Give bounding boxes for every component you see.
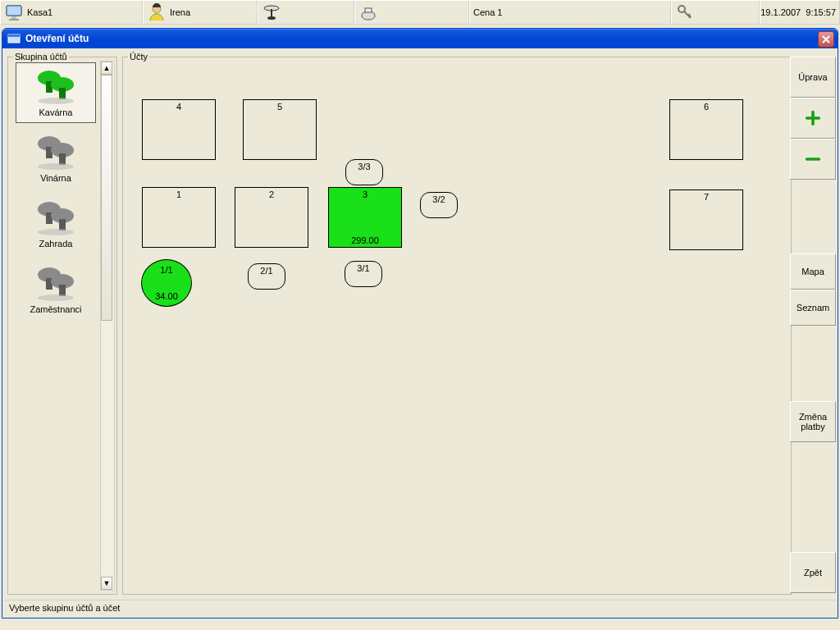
table-number: 3/3 <box>346 162 382 171</box>
table-number: 1/1 <box>142 265 191 275</box>
table-3-2[interactable]: 3/2 <box>420 192 458 218</box>
edit-button[interactable]: Úprava <box>790 57 836 98</box>
table-number: 3/1 <box>345 263 381 273</box>
monitor-icon <box>4 2 24 22</box>
scroll-down-icon[interactable]: ▼ <box>101 577 112 590</box>
svg-rect-1 <box>7 6 21 16</box>
change-payment-button[interactable]: Změna platby <box>790 401 836 442</box>
table-number: 3 <box>329 189 401 199</box>
key-icon <box>675 2 695 22</box>
close-button[interactable] <box>818 31 834 48</box>
group-accounts-groups: Skupina účtů Kavárna Vinárna Zahrada Zam… <box>7 57 117 595</box>
svg-point-32 <box>38 294 74 301</box>
table-number: 2 <box>235 189 308 199</box>
svg-rect-7 <box>271 9 272 17</box>
table-4[interactable]: 4 <box>142 99 216 160</box>
table-number: 6 <box>670 102 742 112</box>
table-3[interactable]: 3299.00 <box>328 187 402 248</box>
svg-rect-2 <box>11 16 16 19</box>
mushroom-icon <box>16 262 95 304</box>
table-number: 2/1 <box>249 266 285 276</box>
svg-point-17 <box>38 98 74 104</box>
table-6[interactable]: 6 <box>669 99 743 160</box>
toolbar-printer[interactable] <box>354 0 469 25</box>
table-2-1[interactable]: 2/1 <box>248 263 285 290</box>
svg-point-22 <box>38 163 74 170</box>
sidebar-item-label: Kavárna <box>16 107 95 117</box>
mushroom-icon <box>16 65 95 107</box>
minus-icon <box>804 150 822 168</box>
sidebar-item-zahrada[interactable]: Zahrada <box>16 194 96 254</box>
spacer <box>790 180 836 253</box>
svg-rect-16 <box>59 88 66 99</box>
group-accounts-main-label: Účty <box>128 52 149 62</box>
map-button-label: Mapa <box>801 267 824 276</box>
sidebar-list: Kavárna Vinárna Zahrada Zaměstnanci <box>11 61 100 325</box>
scroll-up-icon[interactable]: ▲ <box>101 62 112 75</box>
spacer <box>790 442 836 552</box>
map-button[interactable]: Mapa <box>790 253 836 290</box>
table-number: 1 <box>143 189 215 199</box>
svg-rect-12 <box>8 34 20 37</box>
scroll-thumb[interactable] <box>101 75 112 321</box>
sidebar-scrollbar[interactable]: ▲ ▼ <box>100 61 115 591</box>
svg-rect-21 <box>59 153 66 165</box>
back-button-label: Zpět <box>804 568 822 578</box>
toolbar-datetime: 19.1.2007 9:15:57 <box>760 0 840 25</box>
user-icon <box>147 2 167 22</box>
table-3-1[interactable]: 3/1 <box>345 261 382 287</box>
toolbar-user[interactable]: Irena <box>143 0 258 25</box>
account-window: Otevření účtu Skupina účtů Kavárna Vinár… <box>2 28 838 619</box>
window-title: Otevření účtu <box>25 33 89 44</box>
svg-rect-26 <box>59 219 66 231</box>
svg-rect-9 <box>365 8 372 12</box>
edit-button-label: Úprava <box>798 72 827 82</box>
group-accounts: Účty 4563/3123299.003/271/134.002/13/1 <box>122 57 792 595</box>
sidebar-item-kavárna[interactable]: Kavárna <box>16 62 96 123</box>
change-payment-label: Změna platby <box>791 412 835 431</box>
table-2[interactable]: 2 <box>235 187 308 248</box>
plus-icon <box>804 109 822 127</box>
titlebar[interactable]: Otevření účtu <box>2 29 838 48</box>
toolbar-kasa-label: Kasa1 <box>27 7 52 17</box>
table-amount: 299.00 <box>329 235 401 245</box>
sidebar-item-label: Zahrada <box>16 239 95 249</box>
toolbar-user-label: Irena <box>170 7 190 17</box>
status-bar: Vyberte skupinu účtů a účet <box>4 600 836 616</box>
window-icon <box>7 32 21 45</box>
table-number: 5 <box>244 102 316 112</box>
toolbar-price[interactable]: Cena 1 <box>469 0 671 25</box>
right-buttons: Úprava Mapa Seznam Změna platby Zpět <box>790 57 836 593</box>
mushroom-icon <box>16 130 95 173</box>
sidebar-item-vinárna[interactable]: Vinárna <box>16 128 96 189</box>
sidebar-item-label: Vinárna <box>16 173 95 183</box>
list-button[interactable]: Seznam <box>790 290 836 326</box>
printer-icon <box>358 2 378 22</box>
table-1[interactable]: 1 <box>142 187 216 248</box>
back-button[interactable]: Zpět <box>790 552 836 593</box>
table-1-1[interactable]: 1/134.00 <box>141 259 192 307</box>
top-toolbar: Kasa1 Irena Cena 1 19.1.2007 9:15:57 <box>0 0 840 26</box>
sidebar-item-zaměstnanci[interactable]: Zaměstnanci <box>16 259 96 320</box>
mushroom-icon <box>16 196 95 239</box>
close-icon <box>822 35 830 43</box>
status-text: Vyberte skupinu účtů a účet <box>9 603 120 613</box>
plus-button[interactable] <box>790 98 836 139</box>
client-area: Skupina účtů Kavárna Vinárna Zahrada Zam… <box>4 50 836 616</box>
table-7[interactable]: 7 <box>669 189 743 250</box>
toolbar-date: 19.1.2007 <box>760 7 801 17</box>
table-3-3[interactable]: 3/3 <box>345 159 383 185</box>
toolbar-time: 9:15:57 <box>806 7 836 17</box>
minus-button[interactable] <box>790 139 836 180</box>
table-icon <box>262 2 281 22</box>
svg-point-8 <box>267 16 276 20</box>
table-5[interactable]: 5 <box>243 99 317 160</box>
svg-rect-31 <box>59 285 66 296</box>
toolbar-key[interactable] <box>671 0 760 25</box>
toolbar-table[interactable] <box>258 0 354 25</box>
toolbar-price-label: Cena 1 <box>473 7 502 17</box>
toolbar-kasa[interactable]: Kasa1 <box>0 0 143 25</box>
table-number: 4 <box>143 102 215 112</box>
svg-point-27 <box>38 229 74 235</box>
table-amount: 34.00 <box>142 291 191 301</box>
